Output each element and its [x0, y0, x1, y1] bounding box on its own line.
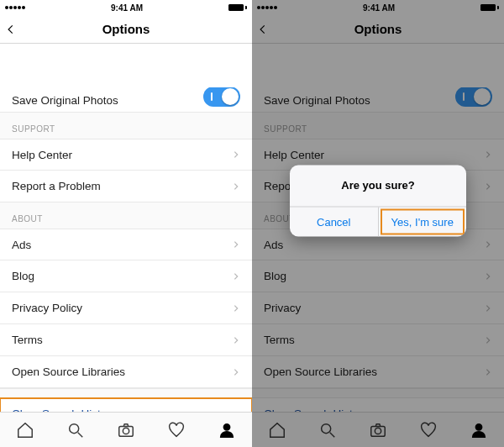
tab-home[interactable] [16, 421, 34, 439]
tab-bar [0, 412, 252, 447]
chevron-left-icon [5, 24, 17, 35]
left-screenshot: 9:41 AM Options Save Original Photos SUP… [0, 0, 252, 447]
row-report-problem[interactable]: Report a Problem [0, 171, 252, 202]
svg-point-0 [70, 423, 79, 433]
row-label: Save Original Photos [12, 94, 118, 107]
camera-icon [117, 421, 135, 439]
tab-camera[interactable] [117, 421, 135, 439]
nav-header: Options [0, 15, 252, 44]
status-bar: 9:41 AM [0, 0, 252, 15]
row-open-source[interactable]: Open Source Libraries [0, 356, 252, 388]
person-icon [218, 421, 236, 439]
settings-list[interactable]: Save Original Photos SUPPORT Help Center… [0, 87, 252, 447]
signal-dots-icon [5, 6, 25, 9]
tab-search[interactable] [66, 421, 85, 439]
chevron-right-icon [232, 182, 240, 191]
row-terms[interactable]: Terms [0, 324, 252, 356]
back-button[interactable] [5, 24, 17, 35]
chevron-right-icon [232, 368, 240, 376]
row-label: Help Center [12, 149, 72, 161]
section-header-support: SUPPORT [0, 113, 252, 139]
search-icon [66, 421, 85, 439]
confirm-alert: Are you sure? Cancel Yes, I'm sure [290, 166, 466, 237]
row-label: Ads [12, 239, 31, 251]
toggle-save-original-photos[interactable] [203, 87, 240, 107]
tab-activity[interactable] [167, 421, 186, 439]
row-blog[interactable]: Blog [0, 260, 252, 292]
svg-point-2 [123, 428, 129, 434]
battery-icon [228, 4, 247, 11]
row-save-original-photos[interactable]: Save Original Photos [0, 87, 252, 113]
row-label: Open Source Libraries [12, 365, 125, 378]
cancel-button[interactable]: Cancel [290, 208, 378, 237]
row-label: Blog [12, 270, 34, 282]
home-icon [16, 421, 34, 439]
heart-icon [167, 421, 186, 439]
row-privacy-policy[interactable]: Privacy Policy [0, 292, 252, 324]
alert-title: Are you sure? [290, 166, 466, 207]
section-header-about: ABOUT [0, 202, 252, 229]
page-title: Options [102, 22, 150, 36]
svg-point-3 [223, 423, 229, 429]
row-help-center[interactable]: Help Center [0, 139, 252, 171]
chevron-right-icon [232, 272, 240, 281]
row-label: Privacy Policy [12, 302, 82, 314]
row-label: Report a Problem [12, 180, 101, 192]
chevron-right-icon [232, 150, 240, 159]
row-ads[interactable]: Ads [0, 229, 252, 260]
row-label: Terms [12, 334, 43, 346]
alert-buttons: Cancel Yes, I'm sure [290, 207, 466, 237]
section-gap [0, 388, 252, 398]
chevron-right-icon [232, 240, 240, 249]
tab-profile[interactable] [218, 421, 236, 439]
chevron-right-icon [232, 304, 240, 313]
chevron-right-icon [232, 336, 240, 344]
right-screenshot: 9:41 AM Options Save Original Photos SUP… [252, 0, 504, 447]
status-time: 9:41 AM [111, 3, 143, 13]
confirm-button[interactable]: Yes, I'm sure [378, 208, 467, 237]
